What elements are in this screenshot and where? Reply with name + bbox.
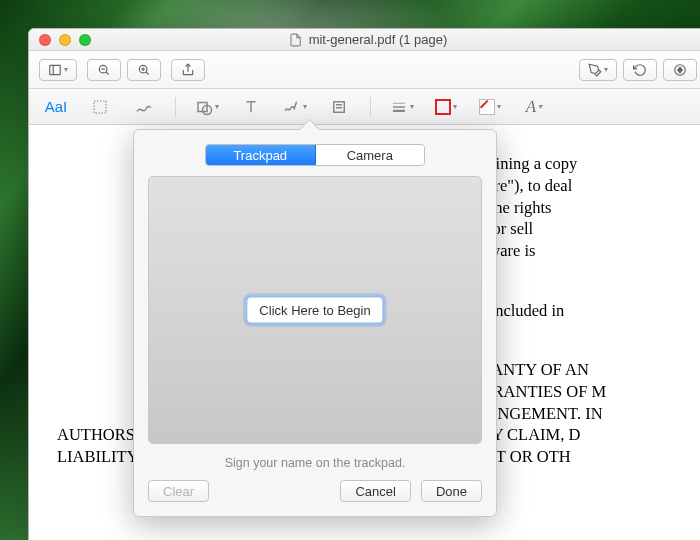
chevron-down-icon: ▾ xyxy=(64,65,68,74)
shapes-tool[interactable]: ▾ xyxy=(194,94,220,120)
minimize-button[interactable] xyxy=(59,34,71,46)
tab-camera[interactable]: Camera xyxy=(316,145,425,165)
highlight-button[interactable]: ▾ xyxy=(579,59,617,81)
clear-button[interactable]: Clear xyxy=(148,480,209,502)
rotate-button[interactable] xyxy=(623,59,657,81)
sidebar-view-button[interactable]: ▾ xyxy=(39,59,77,81)
text-tool[interactable] xyxy=(238,94,264,120)
svg-line-3 xyxy=(106,71,109,74)
popover-buttons: Clear Cancel Done xyxy=(134,480,496,516)
line-weight-tool[interactable]: ▾ xyxy=(389,94,415,120)
window-title-text: mit-general.pdf (1 page) xyxy=(309,32,448,47)
separator xyxy=(370,97,371,117)
document-icon xyxy=(289,33,303,47)
note-tool[interactable] xyxy=(326,94,352,120)
begin-signature-button[interactable]: Click Here to Begin xyxy=(246,297,383,324)
signature-source-tabs: Trackpad Camera xyxy=(205,144,425,166)
chevron-down-icon: ▾ xyxy=(538,102,542,111)
text-selection-tool[interactable]: AaI xyxy=(43,94,69,120)
chevron-down-icon: ▾ xyxy=(410,102,414,111)
border-color-tool[interactable]: ▾ xyxy=(433,94,459,120)
separator xyxy=(175,97,176,117)
cancel-button[interactable]: Cancel xyxy=(340,480,410,502)
chevron-down-icon: ▾ xyxy=(497,102,501,111)
signature-popover: Trackpad Camera Click Here to Begin Sign… xyxy=(133,129,497,517)
titlebar: mit-general.pdf (1 page) xyxy=(29,29,700,51)
svg-line-6 xyxy=(146,71,149,74)
chevron-down-icon: ▾ xyxy=(303,102,307,111)
chevron-down-icon: ▾ xyxy=(215,102,219,111)
window-controls xyxy=(29,34,91,46)
share-button[interactable] xyxy=(171,59,205,81)
fill-color-tool[interactable]: ▾ xyxy=(477,94,503,120)
zoom-in-button[interactable] xyxy=(127,59,161,81)
signature-canvas[interactable]: Click Here to Begin xyxy=(148,176,482,444)
chevron-down-icon: ▾ xyxy=(604,65,608,74)
tab-trackpad[interactable]: Trackpad xyxy=(206,145,316,165)
signature-hint: Sign your name on the trackpad. xyxy=(134,456,496,470)
maximize-button[interactable] xyxy=(79,34,91,46)
markup-toolbar: AaI ▾ ▾ ▾ ▾ ▾ A▾ xyxy=(29,89,700,125)
svg-rect-11 xyxy=(94,101,106,113)
rect-selection-tool[interactable] xyxy=(87,94,113,120)
zoom-out-button[interactable] xyxy=(87,59,121,81)
text-style-tool[interactable]: A▾ xyxy=(521,94,547,120)
window-title: mit-general.pdf (1 page) xyxy=(289,32,448,47)
svg-rect-0 xyxy=(50,65,61,74)
main-toolbar: ▾ ▾ xyxy=(29,51,700,89)
sign-tool[interactable]: ▾ xyxy=(282,94,308,120)
markup-toggle-button[interactable] xyxy=(663,59,697,81)
chevron-down-icon: ▾ xyxy=(453,102,457,111)
sketch-tool[interactable] xyxy=(131,94,157,120)
close-button[interactable] xyxy=(39,34,51,46)
preview-window: mit-general.pdf (1 page) ▾ ▾ AaI ▾ xyxy=(28,28,700,540)
done-button[interactable]: Done xyxy=(421,480,482,502)
